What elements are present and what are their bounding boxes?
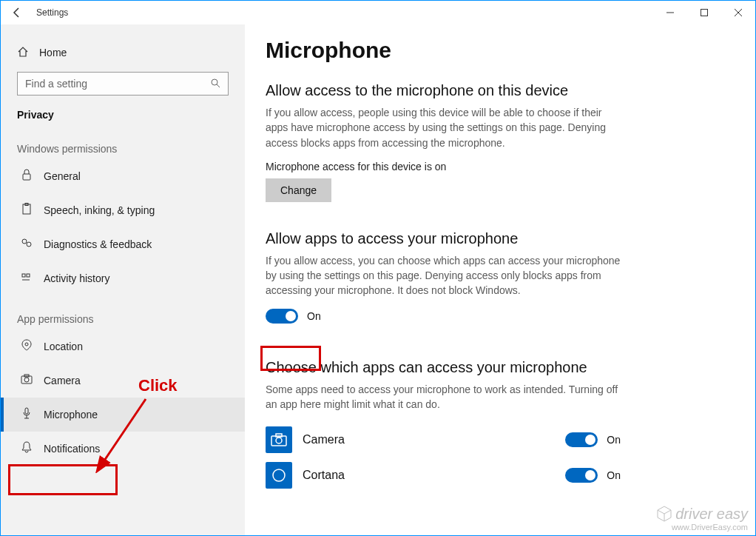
sidebar-item-camera[interactable]: Camera — [1, 364, 245, 398]
svg-point-7 — [22, 239, 27, 244]
section1-status: Microphone access for this device is on — [266, 161, 733, 172]
home-nav[interactable]: Home — [1, 38, 245, 67]
location-icon — [20, 339, 33, 354]
section1-heading: Allow access to the microphone on this d… — [266, 82, 733, 99]
search-icon — [210, 78, 220, 90]
svg-rect-16 — [25, 408, 28, 414]
app-name: Cortana — [303, 469, 345, 482]
camera-toggle[interactable] — [565, 432, 598, 447]
sidebar: Home Find a setting Privacy Windows perm… — [1, 24, 245, 535]
svg-point-14 — [24, 378, 29, 382]
app-title: Settings — [33, 7, 68, 18]
sidebar-item-general[interactable]: General — [1, 159, 245, 193]
main-content: Microphone Allow access to the microphon… — [245, 24, 755, 535]
titlebar: Settings — [1, 1, 755, 24]
sidebar-item-label: Microphone — [44, 409, 98, 421]
home-label: Home — [39, 47, 67, 58]
svg-line-3 — [217, 84, 220, 87]
maximize-button[interactable] — [687, 1, 721, 24]
svg-rect-1 — [701, 10, 708, 16]
sidebar-item-label: Speech, inking, & typing — [44, 204, 155, 216]
sidebar-item-label: Notifications — [44, 443, 100, 455]
change-button[interactable]: Change — [266, 178, 331, 202]
group-app-permissions: App permissions — [1, 295, 245, 329]
section3-description: Some apps need to access your microphone… — [266, 382, 621, 412]
home-icon — [17, 46, 29, 60]
sidebar-item-label: Camera — [44, 375, 81, 386]
sidebar-item-label: Activity history — [44, 272, 109, 284]
cortana-app-icon — [266, 462, 292, 489]
sidebar-item-activity[interactable]: Activity history — [1, 261, 245, 295]
search-placeholder: Find a setting — [25, 78, 87, 90]
camera-icon — [20, 374, 33, 387]
svg-point-8 — [27, 242, 31, 247]
sidebar-item-label: Diagnostics & feedback — [44, 238, 152, 250]
search-input[interactable]: Find a setting — [17, 72, 229, 96]
lock-icon — [20, 169, 33, 184]
sidebar-item-notifications[interactable]: Notifications — [1, 432, 245, 466]
sidebar-item-speech[interactable]: Speech, inking, & typing — [1, 193, 245, 227]
clipboard-icon — [20, 203, 33, 218]
cortana-toggle[interactable] — [565, 468, 598, 483]
svg-point-20 — [273, 469, 285, 481]
svg-point-18 — [276, 438, 282, 443]
bell-icon — [20, 441, 33, 456]
close-button[interactable] — [721, 1, 755, 24]
page-title: Microphone — [266, 38, 733, 63]
section1-description: If you allow access, people using this d… — [266, 105, 621, 150]
feedback-icon — [20, 237, 33, 252]
svg-point-2 — [212, 79, 217, 85]
sidebar-item-diagnostics[interactable]: Diagnostics & feedback — [1, 227, 245, 261]
svg-point-12 — [25, 343, 28, 346]
history-icon — [20, 271, 33, 286]
sidebar-item-location[interactable]: Location — [1, 329, 245, 364]
section2-heading: Allow apps to access your microphone — [266, 230, 733, 247]
back-button[interactable] — [1, 1, 33, 24]
group-windows-permissions: Windows permissions — [1, 125, 245, 159]
cortana-toggle-label: On — [607, 469, 621, 481]
allow-apps-toggle-label: On — [307, 310, 321, 322]
svg-rect-10 — [27, 274, 30, 277]
app-name: Camera — [303, 433, 345, 446]
minimize-button[interactable] — [653, 1, 687, 24]
sidebar-item-label: General — [44, 170, 81, 182]
svg-rect-9 — [22, 274, 25, 277]
sidebar-item-label: Location — [44, 341, 83, 352]
section-title: Privacy — [1, 103, 245, 125]
section3-heading: Choose which apps can access your microp… — [266, 359, 733, 376]
camera-app-icon — [266, 426, 292, 453]
microphone-icon — [20, 407, 33, 422]
allow-apps-toggle[interactable] — [266, 309, 298, 324]
svg-rect-4 — [23, 174, 30, 180]
section2-description: If you allow access, you can choose whic… — [266, 253, 621, 298]
camera-toggle-label: On — [607, 434, 621, 446]
svg-rect-19 — [276, 434, 282, 437]
app-row-camera: Camera On — [266, 422, 621, 458]
settings-window: Settings Home Find a setting — [0, 0, 756, 536]
app-row-cortana: Cortana On — [266, 458, 621, 493]
sidebar-item-microphone[interactable]: Microphone — [1, 398, 245, 432]
